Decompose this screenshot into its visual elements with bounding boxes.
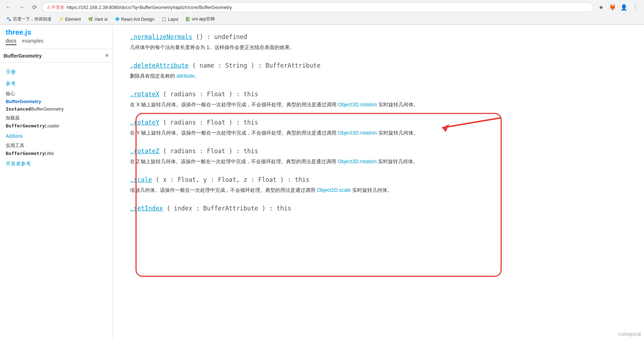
method-desc-normalizeNormals: 几何体中的每个法向量长度将会为 1。这样操作会更正光线在表面的效果。 xyxy=(130,43,627,52)
method-signature-rotateY: .rotateY ( radians : Float ) : this xyxy=(130,119,627,126)
method-desc-link[interactable]: attribute xyxy=(176,73,195,79)
method-return: this xyxy=(243,91,258,98)
desc-link[interactable]: Object3D.scale xyxy=(317,187,351,193)
method-desc-scale: 缩放几何体。该操作一般在一次处理中完成，不会循环处理。典型的用法是通过调用 Ob… xyxy=(130,186,627,195)
bookmark-favicon: 💠 xyxy=(115,17,120,22)
method-params: () : xyxy=(196,33,210,40)
content-area[interactable]: .normalizeNormals () : undefined几何体中的每个法… xyxy=(113,25,644,339)
tab-examples[interactable]: examples xyxy=(22,38,44,45)
method-params: ( radians : Float ) : xyxy=(163,119,240,126)
nav-item-BufferGeometry[interactable]: BufferGeometry xyxy=(0,98,112,105)
method-link-rotateY[interactable]: .rotateY xyxy=(130,119,159,126)
tab-docs[interactable]: docs xyxy=(6,38,16,45)
method-return: this xyxy=(243,147,258,155)
bookmark-star-button[interactable]: ★ xyxy=(596,2,606,12)
nav-subsection-实用工具: 实用工具 xyxy=(0,140,112,150)
bookmark-favicon: 📗 xyxy=(185,17,190,22)
method-params: ( x : Float, y : Float, z : Float ) : xyxy=(156,176,291,183)
bookmark-label: Vant ui xyxy=(95,17,107,22)
close-search-button[interactable]: × xyxy=(105,52,109,59)
method-desc-deleteAttribute: 删除具有指定名称的 attribute。 xyxy=(130,72,627,81)
method-desc-rotateZ: 在 Z 轴上旋转几何体。该操作一般在一次处理中完成，不会循环处理。典型的用法是通… xyxy=(130,157,627,166)
bookmark-label: uni-app官网 xyxy=(192,16,215,22)
method-signature-deleteAttribute: .deleteAttribute ( name : String ) : Buf… xyxy=(130,62,627,69)
desc-text: 实时旋转几何体。 xyxy=(351,187,392,193)
method-rotateX: .rotateX ( radians : Float ) : this在 X 轴… xyxy=(130,91,627,109)
method-params: ( radians : Float ) : xyxy=(163,91,240,98)
method-params: ( index : BufferAttribute ) : xyxy=(166,205,273,212)
back-button[interactable]: ← xyxy=(4,2,14,12)
nav-section-开发者参考[interactable]: 开发者参考 xyxy=(0,157,112,169)
method-signature-normalizeNormals: .normalizeNormals () : undefined xyxy=(130,33,627,40)
method-signature-rotateZ: .rotateZ ( radians : Float ) : this xyxy=(130,147,627,155)
desc-link[interactable]: Object3D.rotation xyxy=(338,159,377,164)
url-text: https://192.168.2.39:8080/docs/?q=Buffer… xyxy=(67,5,589,10)
desc-text: 在 Z 轴上旋转几何体。该操作一般在一次处理中完成，不会循环处理。典型的用法是通… xyxy=(130,159,338,164)
warning-icon: ⚠ xyxy=(47,5,51,10)
desc-text: 实时旋转几何体。 xyxy=(377,102,418,107)
method-rotateY: .rotateY ( radians : Float ) : this在 Y 轴… xyxy=(130,119,627,137)
method-params: ( name : String ) : xyxy=(192,62,262,69)
method-desc-rotateX: 在 X 轴上旋转几何体。该操作一般在一次处理中完成，不会循环处理。典型的用法是通… xyxy=(130,101,627,109)
svg-rect-0 xyxy=(136,113,501,276)
nav-item-InstancedBufferGeometry[interactable]: InstancedBufferGeometry xyxy=(0,105,112,113)
desc-text: 在 X 轴上旋转几何体。该操作一般在一次处理中完成，不会循环处理。典型的用法是通… xyxy=(130,102,338,107)
method-link-normalizeNormals[interactable]: .normalizeNormals xyxy=(130,33,192,40)
method-return: this xyxy=(276,205,291,212)
nav-subsection-加载器: 加载器 xyxy=(0,113,112,122)
desc-text: 实时旋转几何体。 xyxy=(377,159,418,164)
site-title[interactable]: three.js xyxy=(6,28,107,37)
method-link-setIndex[interactable]: .setIndex xyxy=(130,205,163,212)
main-layout: three.js docs examples BufferGeometry × … xyxy=(0,25,644,339)
menu-button[interactable]: ⋮ xyxy=(630,2,640,12)
method-signature-scale: .scale ( x : Float, y : Float, z : Float… xyxy=(130,176,627,183)
desc-text: 缩放几何体。该操作一般在一次处理中完成，不会循环处理。典型的用法是通过调用 xyxy=(130,187,317,193)
method-return: BufferAttribute xyxy=(266,62,321,69)
desc-link[interactable]: Object3D.rotation xyxy=(338,102,377,107)
sidebar-nav: 手册参考核心BufferGeometryInstancedBufferGeome… xyxy=(0,63,112,339)
search-query: BufferGeometry xyxy=(4,53,103,59)
method-params: ( radians : Float ) : xyxy=(163,147,240,155)
desc-text: 在 Y 轴上旋转几何体。该操作一般在一次处理中完成，不会循环处理。典型的用法是通… xyxy=(130,130,338,136)
method-link-scale[interactable]: .scale xyxy=(130,176,152,183)
bookmark-layui[interactable]: 📋Layui xyxy=(159,16,181,23)
bookmark-element[interactable]: ⚡Element xyxy=(56,16,84,23)
bookmark-label: React Ant Design xyxy=(121,17,155,22)
reload-button[interactable]: ⟳ xyxy=(29,2,39,12)
insecure-badge: ⚠ 不安全 xyxy=(47,4,64,10)
nav-item-BufferGeometryLoader[interactable]: BufferGeometryLoader xyxy=(0,122,112,130)
method-rotateZ: .rotateZ ( radians : Float ) : this在 Z 轴… xyxy=(130,147,627,166)
search-bar: BufferGeometry × xyxy=(0,49,112,63)
method-scale: .scale ( x : Float, y : Float, z : Float… xyxy=(130,176,627,195)
bookmark-baidu[interactable]: 🐾百度一下，你就知道 xyxy=(4,15,54,23)
address-bar[interactable]: ⚠ 不安全 https://192.168.2.39:8080/docs/?q=… xyxy=(42,3,593,12)
desc-text: 实时旋转几何体。 xyxy=(377,130,418,136)
nav-section-Addons[interactable]: Addons xyxy=(0,130,112,140)
method-return: this xyxy=(295,176,310,183)
method-normalizeNormals: .normalizeNormals () : undefined几何体中的每个法… xyxy=(130,33,627,52)
method-link-rotateZ[interactable]: .rotateZ xyxy=(130,147,159,155)
bookmark-vant[interactable]: 🌿Vant ui xyxy=(85,16,110,23)
nav-section-参考[interactable]: 参考 xyxy=(0,77,112,88)
sidebar: three.js docs examples BufferGeometry × … xyxy=(0,25,113,339)
method-link-rotateX[interactable]: .rotateX xyxy=(130,91,159,98)
bookmark-favicon: 🐾 xyxy=(6,17,11,22)
extension-button[interactable]: 🦊 xyxy=(607,2,618,12)
method-signature-setIndex: .setIndex ( index : BufferAttribute ) : … xyxy=(130,205,627,212)
nav-section-手册[interactable]: 手册 xyxy=(0,65,112,77)
method-link-deleteAttribute[interactable]: .deleteAttribute xyxy=(130,62,189,69)
browser-toolbar: ← → ⟳ ⚠ 不安全 https://192.168.2.39:8080/do… xyxy=(0,0,644,14)
nav-item-BufferGeometryUtils[interactable]: BufferGeometryUtils xyxy=(0,150,112,157)
bookmark-react-ant[interactable]: 💠React Ant Design xyxy=(112,16,158,23)
desc-link[interactable]: Object3D.rotation xyxy=(338,130,377,136)
watermark: CSDN@欣瑞 xyxy=(618,332,641,337)
forward-button[interactable]: → xyxy=(16,2,26,12)
bookmark-uniapp[interactable]: 📗uni-app官网 xyxy=(183,15,218,23)
site-tabs: docs examples xyxy=(6,37,107,45)
bookmarks-bar: 🐾百度一下，你就知道⚡Element🌿Vant ui💠React Ant Des… xyxy=(0,14,644,24)
method-deleteAttribute: .deleteAttribute ( name : String ) : Buf… xyxy=(130,62,627,81)
bookmark-label: Layui xyxy=(168,17,178,22)
method-return: undefined xyxy=(214,33,247,40)
profile-button[interactable]: 👤 xyxy=(619,2,629,12)
bookmark-favicon: ⚡ xyxy=(59,17,64,22)
